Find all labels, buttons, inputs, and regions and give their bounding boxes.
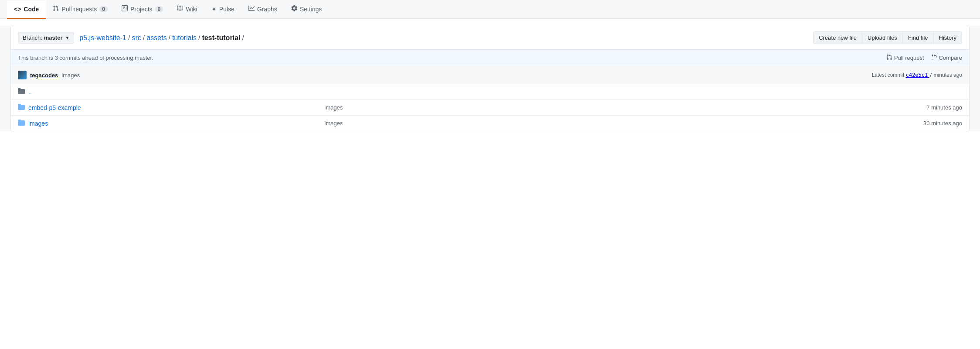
- separator: /: [198, 34, 200, 42]
- branch-dropdown[interactable]: Branch: master ▼: [18, 32, 74, 44]
- code-icon: <>: [14, 6, 21, 13]
- commit-hash: c42e5c1: [906, 72, 928, 78]
- find-file-button[interactable]: Find file: [902, 31, 934, 44]
- breadcrumb-tutorials[interactable]: tutorials: [172, 34, 197, 42]
- file-row: images images 30 minutes ago: [11, 116, 969, 131]
- repo-box: Branch: master ▼ p5.js-website-1 / src /…: [10, 26, 970, 131]
- upload-files-button[interactable]: Upload files: [862, 31, 903, 44]
- parent-dir-icon: [18, 88, 25, 96]
- tab-wiki-label: Wiki: [186, 6, 197, 13]
- branch-label: Branch:: [23, 34, 42, 41]
- breadcrumb-repo[interactable]: p5.js-website-1: [79, 34, 126, 42]
- action-buttons: Create new file Upload files Find file H…: [813, 31, 962, 44]
- file-list: .. embed-p5-example images 7 minutes ago: [11, 84, 969, 131]
- compare-link[interactable]: Compare: [931, 54, 962, 62]
- compare-label: Compare: [939, 55, 962, 61]
- author-name: tegacodes: [30, 72, 58, 79]
- pull-request-link[interactable]: Pull request: [886, 54, 924, 62]
- file-row: embed-p5-example images 7 minutes ago: [11, 100, 969, 116]
- file-time: 7 minutes ago: [910, 104, 962, 111]
- breadcrumb: p5.js-website-1 / src / assets / tutoria…: [79, 34, 244, 42]
- avatar: [18, 71, 27, 79]
- branch-actions: Pull request Compare: [886, 54, 962, 62]
- projects-badge: 0: [155, 6, 163, 12]
- tab-graphs-label: Graphs: [257, 6, 277, 13]
- separator: /: [242, 34, 244, 42]
- toolbar-row: Branch: master ▼ p5.js-website-1 / src /…: [11, 26, 969, 49]
- file-time: 30 minutes ago: [910, 120, 962, 127]
- file-commit-message: images: [317, 104, 910, 111]
- separator: /: [168, 34, 170, 42]
- file-name-link[interactable]: embed-p5-example: [28, 104, 317, 111]
- wiki-icon: [177, 5, 183, 13]
- separator: /: [143, 34, 145, 42]
- pull-request-icon: [886, 54, 892, 62]
- author-link[interactable]: tegacodes: [30, 72, 58, 79]
- content-area: Branch: master ▼ p5.js-website-1 / src /…: [0, 26, 980, 131]
- page-wrapper: <> Code Pull requests 0 Projects 0 Wiki …: [0, 0, 980, 349]
- tab-pulse[interactable]: ✦ Pulse: [204, 0, 242, 19]
- commit-author: tegacodes images: [18, 71, 80, 79]
- tab-pull-requests-label: Pull requests: [61, 6, 97, 13]
- branch-selector: Branch: master ▼ p5.js-website-1 / src /…: [18, 32, 244, 44]
- tab-wiki[interactable]: Wiki: [170, 0, 204, 19]
- tab-code[interactable]: <> Code: [7, 0, 46, 19]
- graphs-icon: [248, 5, 255, 13]
- settings-icon: [291, 5, 297, 13]
- branch-name: master: [44, 34, 63, 41]
- tab-settings-label: Settings: [300, 6, 322, 13]
- avatar-image: [18, 71, 27, 79]
- branch-ahead-message: This branch is 3 commits ahead of proces…: [18, 55, 153, 61]
- tab-bar: <> Code Pull requests 0 Projects 0 Wiki …: [0, 0, 980, 19]
- file-commit-message: images: [317, 120, 910, 127]
- pull-request-label: Pull request: [894, 55, 924, 61]
- commit-meta: Latest commit c42e5c1 7 minutes ago: [872, 72, 962, 78]
- tab-projects[interactable]: Projects 0: [115, 0, 170, 19]
- breadcrumb-current: test-tutorial: [202, 34, 240, 42]
- tab-projects-label: Projects: [130, 6, 153, 13]
- create-new-file-button[interactable]: Create new file: [813, 31, 862, 44]
- breadcrumb-assets[interactable]: assets: [146, 34, 167, 42]
- commit-message: images: [61, 72, 80, 79]
- folder-icon: [18, 103, 25, 112]
- pull-request-icon: [53, 5, 59, 13]
- latest-commit-label: Latest commit: [872, 72, 905, 78]
- tab-pull-requests[interactable]: Pull requests 0: [46, 0, 115, 19]
- branch-info-bar: This branch is 3 commits ahead of proces…: [11, 49, 969, 66]
- tab-code-label: Code: [24, 6, 39, 13]
- commit-time: 7 minutes ago: [929, 72, 962, 78]
- pulse-icon: ✦: [211, 6, 217, 13]
- folder-icon: [18, 119, 25, 127]
- pull-requests-badge: 0: [99, 6, 108, 12]
- parent-dir-link[interactable]: ..: [28, 89, 32, 96]
- commit-row: tegacodes images Latest commit c42e5c1 7…: [11, 66, 969, 84]
- breadcrumb-src[interactable]: src: [132, 34, 141, 42]
- file-name-link[interactable]: images: [28, 120, 317, 127]
- tab-settings[interactable]: Settings: [284, 0, 329, 19]
- compare-icon: [931, 54, 937, 62]
- chevron-down-icon: ▼: [65, 35, 69, 40]
- tab-pulse-label: Pulse: [219, 6, 235, 13]
- separator: /: [128, 34, 130, 42]
- projects-icon: [122, 5, 128, 13]
- file-row: ..: [11, 84, 969, 100]
- history-button[interactable]: History: [933, 31, 962, 44]
- commit-hash-link[interactable]: c42e5c1: [906, 72, 929, 78]
- tab-graphs[interactable]: Graphs: [242, 0, 284, 19]
